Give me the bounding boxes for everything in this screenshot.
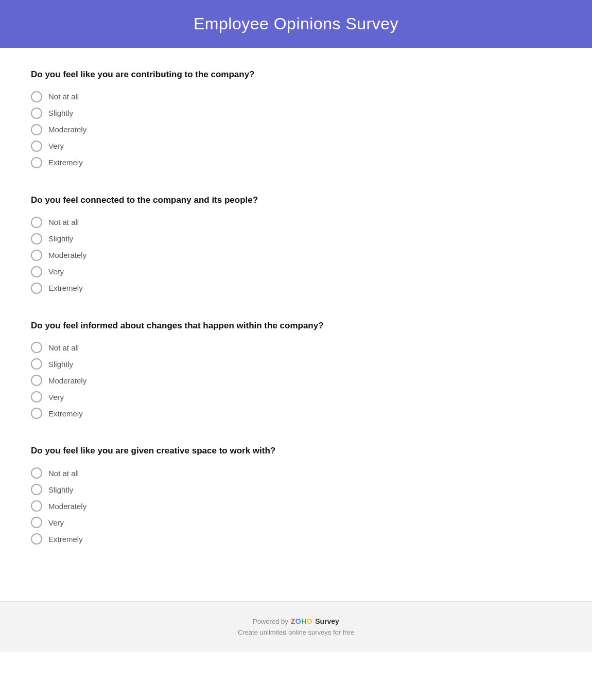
radio-1-4[interactable] bbox=[31, 141, 42, 152]
survey-header: Employee Opinions Survey bbox=[0, 0, 592, 48]
question-block-4: Do you feel like you are given creative … bbox=[31, 445, 561, 545]
option-label-1-5: Extremely bbox=[48, 158, 83, 167]
option-item-1-4[interactable]: Very bbox=[31, 141, 561, 152]
option-item-3-4[interactable]: Very bbox=[31, 391, 561, 402]
zoho-h: H bbox=[301, 617, 307, 625]
option-label-4-5: Extremely bbox=[48, 535, 83, 544]
zoho-o2: O bbox=[307, 617, 312, 625]
question-text-2: Do you feel connected to the company and… bbox=[31, 194, 561, 206]
option-item-3-1[interactable]: Not at all bbox=[31, 342, 561, 353]
option-item-4-3[interactable]: Moderately bbox=[31, 500, 561, 512]
radio-1-1[interactable] bbox=[31, 91, 42, 102]
option-item-3-5[interactable]: Extremely bbox=[31, 408, 561, 419]
option-label-3-3: Moderately bbox=[48, 376, 86, 385]
survey-footer: Powered by ZOHO Survey Create unlimited … bbox=[0, 601, 592, 652]
radio-2-5[interactable] bbox=[31, 283, 42, 294]
option-item-4-1[interactable]: Not at all bbox=[31, 467, 561, 479]
question-block-1: Do you feel like you are contributing to… bbox=[31, 68, 561, 168]
options-list-3: Not at allSlightlyModeratelyVeryExtremel… bbox=[31, 342, 561, 419]
radio-1-3[interactable] bbox=[31, 124, 42, 135]
option-label-3-4: Very bbox=[48, 393, 64, 401]
option-label-2-1: Not at all bbox=[48, 218, 79, 226]
option-item-1-1[interactable]: Not at all bbox=[31, 91, 561, 102]
options-list-1: Not at allSlightlyModeratelyVeryExtremel… bbox=[31, 91, 561, 168]
question-text-4: Do you feel like you are given creative … bbox=[31, 445, 561, 457]
radio-3-3[interactable] bbox=[31, 375, 42, 386]
option-item-4-2[interactable]: Slightly bbox=[31, 484, 561, 495]
option-item-2-5[interactable]: Extremely bbox=[31, 283, 561, 294]
powered-by-text: Powered by bbox=[253, 618, 288, 625]
radio-1-5[interactable] bbox=[31, 157, 42, 168]
option-item-2-3[interactable]: Moderately bbox=[31, 250, 561, 261]
option-label-4-3: Moderately bbox=[48, 502, 86, 511]
radio-3-4[interactable] bbox=[31, 391, 42, 402]
option-item-1-2[interactable]: Slightly bbox=[31, 108, 561, 119]
radio-2-4[interactable] bbox=[31, 266, 42, 277]
option-label-3-5: Extremely bbox=[48, 409, 83, 418]
radio-3-1[interactable] bbox=[31, 342, 42, 353]
option-item-2-4[interactable]: Very bbox=[31, 266, 561, 277]
radio-3-5[interactable] bbox=[31, 408, 42, 419]
options-list-2: Not at allSlightlyModeratelyVeryExtremel… bbox=[31, 217, 561, 294]
zoho-logo: ZOHO bbox=[291, 617, 312, 625]
option-label-4-4: Very bbox=[48, 518, 64, 527]
option-label-2-5: Extremely bbox=[48, 284, 83, 292]
radio-4-5[interactable] bbox=[31, 533, 42, 545]
zoho-o1: O bbox=[295, 617, 301, 625]
option-label-4-2: Slightly bbox=[48, 485, 73, 494]
option-label-4-1: Not at all bbox=[48, 469, 79, 478]
footer-subtext: Create unlimited online surveys for free bbox=[21, 628, 571, 636]
zoho-z: Z bbox=[291, 617, 295, 625]
question-block-2: Do you feel connected to the company and… bbox=[31, 194, 561, 294]
option-item-4-4[interactable]: Very bbox=[31, 517, 561, 528]
radio-4-4[interactable] bbox=[31, 517, 42, 528]
radio-1-2[interactable] bbox=[31, 108, 42, 119]
survey-body: Do you feel like you are contributing to… bbox=[0, 48, 592, 601]
option-label-1-4: Very bbox=[48, 142, 64, 150]
option-item-2-2[interactable]: Slightly bbox=[31, 233, 561, 244]
radio-2-3[interactable] bbox=[31, 250, 42, 261]
radio-4-1[interactable] bbox=[31, 467, 42, 479]
question-block-3: Do you feel informed about changes that … bbox=[31, 320, 561, 419]
option-label-2-2: Slightly bbox=[48, 234, 73, 243]
option-label-1-1: Not at all bbox=[48, 92, 79, 101]
survey-brand-word: Survey bbox=[315, 617, 339, 625]
radio-2-2[interactable] bbox=[31, 233, 42, 244]
question-text-3: Do you feel informed about changes that … bbox=[31, 320, 561, 332]
option-label-2-3: Moderately bbox=[48, 251, 86, 259]
option-item-3-2[interactable]: Slightly bbox=[31, 358, 561, 370]
option-item-2-1[interactable]: Not at all bbox=[31, 217, 561, 228]
question-text-1: Do you feel like you are contributing to… bbox=[31, 68, 561, 81]
radio-4-3[interactable] bbox=[31, 500, 42, 512]
option-label-2-4: Very bbox=[48, 267, 64, 276]
option-item-1-3[interactable]: Moderately bbox=[31, 124, 561, 135]
option-label-3-1: Not at all bbox=[48, 343, 79, 352]
option-item-1-5[interactable]: Extremely bbox=[31, 157, 561, 168]
radio-3-2[interactable] bbox=[31, 358, 42, 370]
radio-2-1[interactable] bbox=[31, 217, 42, 228]
option-label-1-3: Moderately bbox=[48, 125, 86, 134]
option-item-4-5[interactable]: Extremely bbox=[31, 533, 561, 545]
radio-4-2[interactable] bbox=[31, 484, 42, 495]
powered-by-line: Powered by ZOHO Survey bbox=[21, 617, 571, 625]
option-item-3-3[interactable]: Moderately bbox=[31, 375, 561, 386]
option-label-1-2: Slightly bbox=[48, 109, 73, 117]
survey-title: Employee Opinions Survey bbox=[21, 14, 571, 33]
options-list-4: Not at allSlightlyModeratelyVeryExtremel… bbox=[31, 467, 561, 545]
option-label-3-2: Slightly bbox=[48, 360, 73, 369]
